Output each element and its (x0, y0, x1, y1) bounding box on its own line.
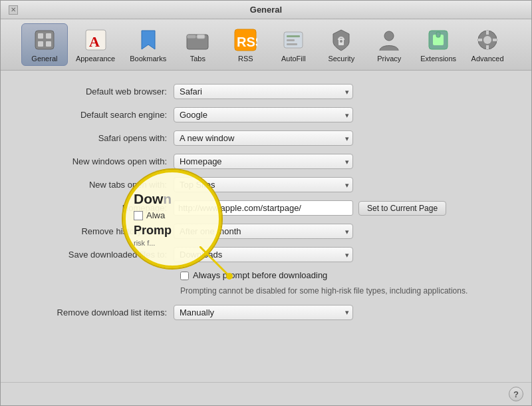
safari-opens-label: Safari opens with: (21, 133, 174, 143)
new-windows-select[interactable]: Homepage (174, 154, 353, 169)
svg-rect-25 (486, 45, 489, 49)
autofill-icon (280, 27, 307, 53)
extensions-icon (425, 27, 452, 53)
default-browser-select[interactable]: Safari (174, 84, 353, 99)
always-prompt-checkbox[interactable] (180, 272, 189, 280)
new-windows-control: Homepage (174, 154, 511, 169)
toolbar-label-general: General (31, 55, 57, 63)
svg-rect-24 (486, 31, 489, 35)
toolbar-label-autofill: AutoFill (281, 55, 306, 63)
new-windows-label: New windows open with: (21, 156, 174, 166)
default-search-label: Default search engine: (21, 110, 174, 120)
toolbar-item-security[interactable]: Security (318, 24, 364, 65)
safari-opens-control: A new window (174, 130, 511, 146)
remove-history-control: After one month (174, 224, 511, 239)
toolbar-label-advanced: Advanced (471, 55, 504, 63)
remove-history-row: Remove history items: After one month (21, 224, 511, 239)
toolbar-label-appearance: Appearance (76, 55, 115, 63)
remove-download-row: Remove download list items: Manually (21, 305, 511, 320)
title-bar: ✕ General (1, 1, 531, 19)
close-button[interactable]: ✕ (9, 5, 18, 15)
svg-point-17 (340, 40, 342, 43)
help-button[interactable]: ? (509, 387, 523, 401)
advanced-icon (474, 27, 501, 53)
svg-rect-9 (197, 35, 205, 39)
svg-text:RSS: RSS (237, 35, 257, 49)
toolbar-label-extensions: Extensions (420, 55, 456, 63)
homepage-control: Set to Current Page (174, 200, 511, 216)
homepage-row: Homepage: Set to Current Page (21, 200, 511, 216)
set-current-page-button[interactable]: Set to Current Page (358, 201, 446, 216)
content-area: Default web browser: Safari Default sear… (1, 71, 531, 382)
default-search-control: Google (174, 107, 511, 122)
always-prompt-helper: Prompting cannot be disabled for some hi… (21, 286, 511, 297)
svg-text:A: A (89, 33, 100, 50)
svg-rect-14 (287, 39, 295, 41)
toolbar-label-bookmarks: Bookmarks (130, 55, 166, 63)
remove-download-select[interactable]: Manually (174, 305, 353, 320)
security-icon (328, 27, 354, 53)
toolbar-label-tabs: Tabs (190, 55, 205, 63)
new-windows-row: New windows open with: Homepage (21, 154, 511, 169)
tabs-icon (184, 27, 211, 53)
always-prompt-row: Always prompt before downloading (21, 270, 511, 280)
remove-download-control: Manually (174, 305, 511, 320)
appearance-icon: A (82, 27, 109, 53)
window-title: General (250, 5, 282, 15)
remove-history-label: Remove history items: (21, 226, 174, 236)
svg-rect-13 (287, 35, 300, 37)
svg-rect-2 (38, 41, 43, 47)
save-downloads-control: Downloads (174, 247, 511, 262)
rss-icon: RSS (232, 27, 259, 53)
privacy-icon (376, 27, 402, 53)
general-icon (31, 27, 58, 53)
homepage-input[interactable] (174, 200, 353, 216)
save-downloads-select[interactable]: Downloads (174, 247, 353, 262)
toolbar-item-appearance[interactable]: A Appearance (69, 24, 122, 65)
toolbar-item-tabs[interactable]: Tabs (174, 24, 221, 65)
save-downloads-row: Save downloaded files to: Downloads (21, 247, 511, 262)
save-downloads-label: Save downloaded files to: (21, 250, 174, 260)
new-tabs-row: New tabs open with: Top Sites (21, 177, 511, 192)
svg-point-18 (384, 31, 394, 41)
toolbar-item-autofill[interactable]: AutoFill (270, 24, 317, 65)
svg-rect-21 (436, 32, 440, 37)
settings-window: ✕ General General (0, 0, 532, 406)
svg-point-23 (483, 36, 491, 44)
remove-history-select[interactable]: After one month (174, 224, 353, 239)
default-browser-control: Safari (174, 84, 511, 99)
remove-download-label: Remove download list items: (21, 307, 174, 317)
svg-rect-3 (46, 33, 51, 39)
always-prompt-label[interactable]: Always prompt before downloading (193, 270, 327, 280)
toolbar-label-security: Security (328, 55, 354, 63)
new-tabs-control: Top Sites (174, 177, 511, 192)
toolbar-label-rss: RSS (238, 55, 253, 63)
toolbar-item-rss[interactable]: RSS RSS (222, 24, 269, 65)
svg-rect-4 (46, 41, 51, 47)
toolbar-item-extensions[interactable]: Extensions (414, 24, 463, 65)
toolbar-item-general[interactable]: General (21, 23, 68, 66)
default-browser-label: Default web browser: (21, 87, 174, 97)
safari-opens-select[interactable]: A new window (174, 130, 353, 146)
bookmarks-icon (135, 27, 162, 53)
bottom-bar: ? (1, 382, 531, 405)
svg-rect-8 (187, 35, 196, 39)
svg-rect-26 (478, 39, 482, 41)
svg-rect-15 (287, 43, 297, 45)
safari-opens-row: Safari opens with: A new window (21, 130, 511, 146)
default-browser-row: Default web browser: Safari (21, 84, 511, 99)
new-tabs-select[interactable]: Top Sites (174, 177, 353, 192)
homepage-label: Homepage: (21, 203, 174, 213)
toolbar: General A Appearance Boo (1, 19, 531, 71)
toolbar-label-privacy: Privacy (377, 55, 401, 63)
toolbar-item-advanced[interactable]: Advanced (464, 24, 511, 65)
toolbar-item-privacy[interactable]: Privacy (366, 24, 412, 65)
svg-rect-1 (38, 33, 43, 39)
new-tabs-label: New tabs open with: (21, 180, 174, 190)
svg-rect-0 (35, 31, 54, 49)
svg-rect-27 (493, 39, 497, 41)
toolbar-item-bookmarks[interactable]: Bookmarks (123, 24, 173, 65)
default-search-row: Default search engine: Google (21, 107, 511, 122)
default-search-select[interactable]: Google (174, 107, 353, 122)
